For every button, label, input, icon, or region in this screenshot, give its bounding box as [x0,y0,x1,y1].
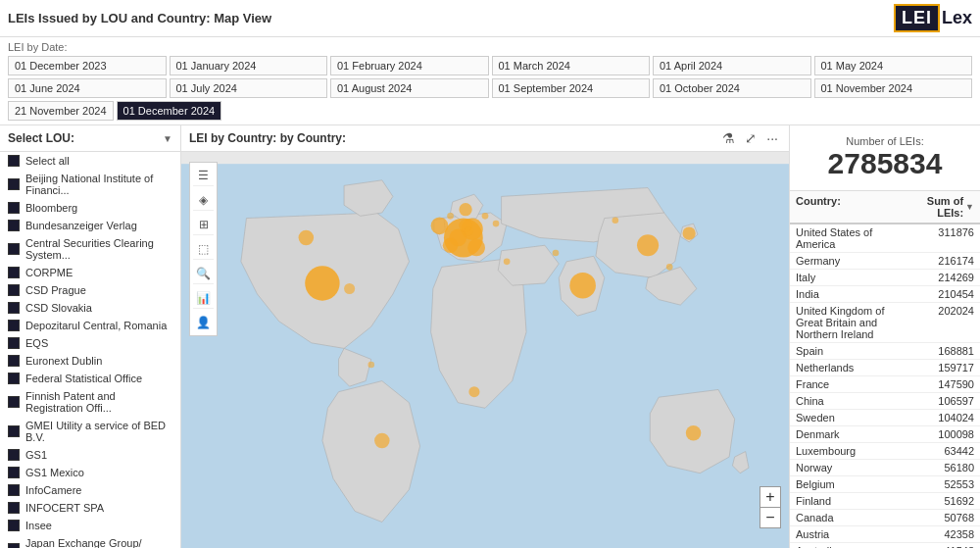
sidebar-item-label: Select all [25,155,70,167]
sidebar-item[interactable]: Finnish Patent and Registration Offi... [0,387,180,417]
date-cell[interactable]: 01 June 2024 [8,78,167,98]
zoom-in-button[interactable]: + [760,486,781,508]
select-tool-icon[interactable]: ⬚ [193,239,214,260]
svg-point-18 [504,259,511,266]
sidebar-item[interactable]: Beijing National Institute of Financi... [0,170,180,199]
map-area: LEI by Country: by Country: ⚗ ⤢ ··· [181,125,789,548]
main-content: Select LOU: ▼ Select allBeijing National… [0,125,980,548]
date-row-2: 01 June 202401 July 202401 August 202401… [8,78,972,98]
date-01dec-active[interactable]: 01 December 2024 [117,101,222,121]
date-row-1: 01 December 202301 January 202401 Februa… [8,56,972,75]
sidebar-item-label: CORPME [25,267,73,278]
svg-point-25 [368,362,374,369]
chart-tool-icon[interactable]: 📊 [193,288,214,309]
sidebar-item[interactable]: Central Securities Clearing System... [0,234,180,264]
more-icon[interactable]: ··· [763,129,781,147]
table-row: Sweden104024 [790,410,980,426]
sidebar-item[interactable]: CSD Prague [0,281,180,299]
sidebar-item-label: Finnish Patent and Registration Offi... [25,390,172,414]
right-panel: Number of LEIs: 2785834 Country: Sum of … [789,125,980,548]
logo-lei-text: LEI [902,8,932,27]
table-row: Germany216174 [790,253,980,270]
checkbox-icon [8,302,20,314]
sidebar-item[interactable]: Bloomberg [0,199,180,217]
cell-sum: 100098 [910,428,974,440]
date-cell[interactable]: 01 July 2024 [170,78,328,98]
map-controls: ⚗ ⤢ ··· [719,129,781,147]
top-bar: LEIs Issued by LOU and Country: Map View… [0,0,980,37]
filter-icon[interactable]: ⚗ [719,129,738,147]
map-container[interactable]: ☰ ◈ ⊞ ⬚ 🔍 📊 👤 + − Esri, FAO, NOAA, USGS … [181,152,789,548]
table-row: Finland51692 [790,493,980,510]
table-row: Italy214269 [790,270,980,286]
page-title: LEIs Issued by LOU and Country: Map View [8,11,271,25]
sidebar-item[interactable]: CSD Slovakia [0,299,180,317]
svg-point-23 [482,213,489,220]
date-cell[interactable]: 01 January 2024 [170,56,328,75]
svg-point-17 [465,226,473,235]
date-cell[interactable]: 01 May 2024 [814,56,973,75]
date-cell[interactable]: 01 March 2024 [492,56,651,75]
svg-point-20 [666,264,673,271]
date-cell[interactable]: 01 December 2023 [8,56,167,75]
svg-point-11 [683,226,696,239]
checkbox-icon [8,484,20,496]
sidebar-item[interactable]: GS1 Mexico [0,464,180,481]
col-sum-header[interactable]: Sum of LEIs: ▼ [910,195,974,219]
sidebar-item[interactable]: EQS [0,334,180,352]
date-cell[interactable]: 01 February 2024 [330,56,489,75]
world-map-svg [181,152,789,548]
cell-sum: 56180 [910,462,974,473]
layers-tool-icon[interactable]: ◈ [193,190,214,211]
sidebar-item[interactable]: INFOCERT SPA [0,499,180,517]
sidebar-item[interactable]: InfoCamere [0,481,180,499]
cell-country: Denmark [796,428,910,440]
table-row: Belgium52553 [790,476,980,493]
date-cell[interactable]: 01 September 2024 [492,78,651,98]
search-tool-icon[interactable]: 🔍 [193,264,214,284]
cell-sum: 210454 [910,288,974,300]
lei-count-box: Number of LEIs: 2785834 [790,125,980,191]
sidebar-item[interactable]: Select all [0,152,180,170]
zoom-out-button[interactable]: − [760,507,781,528]
sidebar-item[interactable]: Japan Exchange Group/ Tokyo Stoc... [0,534,180,548]
table-row: France147590 [790,376,980,393]
svg-point-24 [447,213,454,220]
date-21nov[interactable]: 21 November 2024 [8,101,114,121]
svg-point-9 [569,273,596,299]
table-row: Austria42358 [790,526,980,543]
sidebar-item-label: GS1 [25,449,47,461]
sidebar-item[interactable]: Federal Statistical Office [0,370,180,387]
checkbox-icon [8,396,20,408]
sidebar-item-label: GMEI Utility a service of BED B.V. [25,420,172,443]
date-cell[interactable]: 01 November 2024 [814,78,973,98]
sidebar-item[interactable]: Bundesanzeiger Verlag [0,217,180,234]
map-tools: ☰ ◈ ⊞ ⬚ 🔍 📊 👤 [189,162,218,336]
cell-country: United States of America [796,226,910,250]
qr-tool-icon[interactable]: ⊞ [193,215,214,235]
sidebar-item-label: Euronext Dublin [25,355,102,367]
sidebar-item[interactable]: CORPME [0,264,180,281]
cell-country: India [796,288,910,300]
expand-icon[interactable]: ⤢ [742,129,760,147]
list-tool-icon[interactable]: ☰ [193,166,214,186]
cell-sum: 51692 [910,495,974,507]
sidebar-item[interactable]: GS1 [0,446,180,464]
date-cell[interactable]: 01 August 2024 [330,78,489,98]
date-cell[interactable]: 01 October 2024 [653,78,811,98]
sidebar-item[interactable]: Depozitarul Central, Romania [0,317,180,334]
cell-country: China [796,395,910,407]
table-row: United States of America311876 [790,224,980,253]
dropdown-arrow-icon[interactable]: ▼ [163,133,172,144]
svg-point-22 [493,221,500,227]
sidebar-item-label: Central Securities Clearing System... [25,237,172,261]
svg-point-26 [344,283,355,294]
sidebar-item[interactable]: GMEI Utility a service of BED B.V. [0,417,180,446]
user-tool-icon[interactable]: 👤 [193,313,214,332]
sidebar-item-label: CSD Slovakia [25,302,92,314]
sidebar-item-label: Depozitarul Central, Romania [25,320,167,331]
sort-icon: ▼ [965,202,974,212]
date-cell[interactable]: 01 April 2024 [653,56,811,75]
sidebar-item[interactable]: Insee [0,517,180,534]
sidebar-item[interactable]: Euronext Dublin [0,352,180,370]
